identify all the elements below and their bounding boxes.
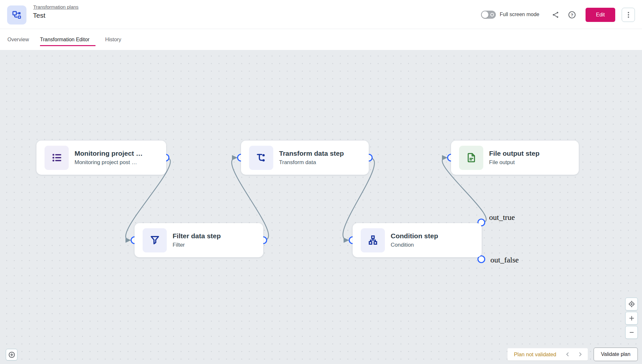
toggle-off-ring-icon xyxy=(490,13,494,16)
validation-status-pill: Plan not validated xyxy=(507,348,588,360)
tab-bar: Overview Transformation Editor History xyxy=(0,29,642,50)
zoom-out-button[interactable] xyxy=(625,326,638,339)
chevron-left-icon xyxy=(565,351,571,357)
node-condition-step[interactable]: Condition step Condition xyxy=(353,223,482,257)
more-options-button[interactable] xyxy=(622,8,635,22)
svg-text:?: ? xyxy=(571,13,573,17)
active-tab-underline xyxy=(40,45,95,46)
header: Transformation plans Test Full screen mo… xyxy=(0,0,642,29)
validation-status-text: Plan not validated xyxy=(514,351,559,358)
breadcrumb-transformation-plans[interactable]: Transformation plans xyxy=(33,4,78,10)
node-monitoring-project[interactable]: Monitoring project … Monitoring project … xyxy=(36,141,166,175)
flow-canvas[interactable]: Monitoring project … Monitoring project … xyxy=(0,50,642,364)
edit-button[interactable]: Edit xyxy=(586,8,615,22)
transformation-plan-page: Transformation plans Test Full screen mo… xyxy=(0,0,642,364)
node-title: File output step xyxy=(489,150,539,157)
funnel-icon xyxy=(143,228,167,252)
node-title: Transform data step xyxy=(279,150,344,157)
toggle-knob-icon xyxy=(482,11,488,18)
file-output-icon xyxy=(459,146,483,170)
node-subtitle: Transform data xyxy=(279,159,344,166)
list-icon xyxy=(45,146,69,170)
add-step-button[interactable] xyxy=(6,349,17,360)
share-icon[interactable] xyxy=(551,10,560,19)
previous-issue-button[interactable] xyxy=(565,351,571,358)
node-subtitle: Condition xyxy=(391,242,438,248)
edges-layer xyxy=(0,50,642,364)
node-subtitle: File output xyxy=(489,159,539,166)
next-issue-button[interactable] xyxy=(577,351,583,358)
kebab-icon xyxy=(625,11,632,18)
condition-out-false-port[interactable] xyxy=(478,256,485,263)
zoom-in-button[interactable] xyxy=(625,312,638,325)
page-title: Test xyxy=(33,12,45,19)
node-title: Monitoring project … xyxy=(75,150,143,157)
out-true-label: out_true xyxy=(489,213,515,222)
node-transform-data-step[interactable]: Transform data step Transform data xyxy=(241,141,369,175)
minus-icon xyxy=(628,329,635,336)
chevron-right-icon xyxy=(577,351,583,357)
center-view-button[interactable] xyxy=(625,298,638,310)
tab-transformation-editor[interactable]: Transformation Editor xyxy=(40,37,89,43)
crosshair-icon xyxy=(628,300,636,308)
node-title: Condition step xyxy=(391,232,438,240)
node-subtitle: Filter xyxy=(173,242,221,248)
circled-plus-icon xyxy=(8,351,15,359)
tab-overview[interactable]: Overview xyxy=(7,37,29,43)
fullscreen-label: Full screen mode xyxy=(500,12,539,17)
hierarchy-icon xyxy=(361,228,385,252)
help-icon[interactable]: ? xyxy=(567,10,577,19)
transformation-plans-icon xyxy=(7,5,26,25)
transform-icon xyxy=(249,146,273,170)
node-title: Filter data step xyxy=(173,232,221,240)
node-filter-data-step[interactable]: Filter data step Filter xyxy=(135,223,263,257)
node-subtitle: Monitoring project post … xyxy=(75,159,143,166)
validate-plan-button[interactable]: Validate plan xyxy=(594,348,638,361)
node-file-output-step[interactable]: File output step File output xyxy=(451,141,579,175)
fullscreen-toggle[interactable] xyxy=(481,11,496,19)
plus-icon xyxy=(628,315,635,322)
tab-history[interactable]: History xyxy=(105,37,121,43)
out-false-label: out_false xyxy=(490,256,519,264)
